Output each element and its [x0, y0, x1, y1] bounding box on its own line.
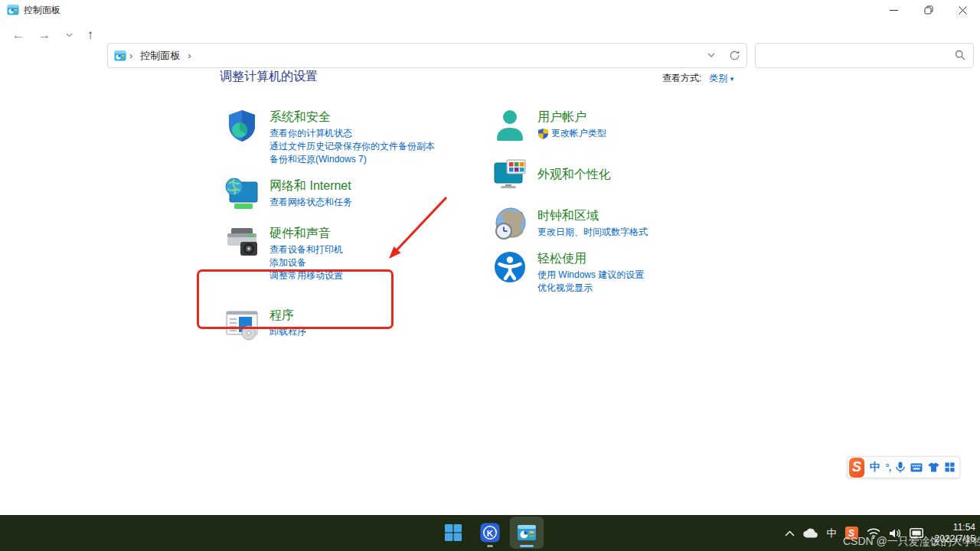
category-user-accounts: 用户帐户 更改帐户类型	[492, 107, 752, 144]
view-by-value[interactable]: 类别	[709, 73, 727, 83]
ime-microphone-icon[interactable]	[896, 461, 905, 473]
category-title-programs[interactable]: 程序	[270, 307, 306, 324]
category-title-network-internet[interactable]: 网络和 Internet	[270, 178, 352, 194]
onedrive-cloud-icon[interactable]	[803, 528, 818, 538]
restore-button[interactable]	[911, 0, 946, 20]
link-adjust-mobility-settings[interactable]: 调整常用移动设置	[270, 269, 343, 282]
running-indicator	[487, 545, 493, 547]
clock-region-icon[interactable]	[492, 206, 528, 243]
tray-time: 11:54	[935, 522, 975, 533]
active-indicator	[520, 545, 534, 547]
link-change-account-type-label: 更改帐户类型	[551, 127, 606, 140]
ime-language-indicator[interactable]: 中	[827, 527, 837, 540]
uac-shield-icon	[537, 128, 549, 139]
title-bar: 控制面板	[0, 0, 980, 20]
window-title: 控制面板	[24, 4, 60, 17]
breadcrumb-control-panel[interactable]: 控制面板	[140, 49, 180, 63]
control-panel-icon	[114, 50, 126, 62]
svg-text:K: K	[487, 529, 494, 538]
ease-of-access-icon[interactable]	[492, 249, 528, 285]
page-title: 调整计算机的设置	[220, 69, 318, 85]
minimize-button[interactable]	[877, 0, 911, 20]
category-title-appearance[interactable]: 外观和个性化	[537, 158, 611, 183]
category-column-left: 系统和安全 查看你的计算机状态 通过文件历史记录保存你的文件备份副本 备份和还原…	[224, 107, 484, 342]
ime-skin-tshirt-icon[interactable]	[928, 462, 939, 472]
ime-punctuation-icon[interactable]: °,	[886, 462, 890, 473]
search-box[interactable]	[755, 43, 974, 68]
ime-keyboard-icon[interactable]	[910, 463, 923, 472]
category-column-right: 用户帐户 更改帐户类型 外观和个性	[492, 107, 752, 295]
start-button[interactable]	[436, 517, 470, 549]
ime-chinese-mode-icon[interactable]: 中	[870, 461, 880, 474]
link-backup-restore-win7[interactable]: 备份和还原(Windows 7)	[270, 153, 435, 166]
category-clock-region: 时钟和区域 更改日期、时间或数字格式	[492, 206, 752, 243]
navigation-bar: ← → ↑ › 控制面板 ›	[0, 20, 980, 51]
appearance-personalization-icon[interactable]	[492, 157, 528, 194]
k-app-icon: K	[480, 523, 500, 543]
ime-toolbox-icon[interactable]	[945, 462, 955, 472]
link-change-account-type[interactable]: 更改帐户类型	[537, 127, 606, 140]
taskbar-app-control-panel[interactable]	[510, 517, 544, 549]
taskbar-app-k[interactable]: K	[473, 517, 507, 549]
programs-icon[interactable]	[224, 305, 260, 342]
link-view-devices-printers[interactable]: 查看设备和打印机	[270, 243, 343, 256]
security-shield-icon[interactable]	[224, 107, 260, 144]
network-internet-icon[interactable]	[224, 176, 260, 213]
category-network-internet: 网络和 Internet 查看网络状态和任务	[224, 176, 484, 213]
forward-icon[interactable]: →	[35, 26, 54, 44]
recent-pages-chevron-icon[interactable]	[60, 26, 78, 44]
tray-overflow-chevron-icon[interactable]	[785, 530, 795, 536]
view-by-label: 查看方式:	[662, 73, 701, 83]
link-view-network-status[interactable]: 查看网络状态和任务	[270, 196, 352, 209]
link-change-date-time-formats[interactable]: 更改日期、时间或数字格式	[537, 226, 648, 239]
csdn-watermark: CSDN @一只爱淦饭的大学牲	[843, 535, 980, 549]
address-bar[interactable]: › 控制面板 ›	[107, 43, 747, 68]
category-title-user-accounts[interactable]: 用户帐户	[537, 109, 606, 126]
address-dropdown-icon[interactable]	[707, 53, 715, 58]
close-button[interactable]	[946, 0, 980, 20]
category-title-clock-region[interactable]: 时钟和区域	[537, 207, 648, 224]
category-title-ease-of-access[interactable]: 轻松使用	[537, 250, 644, 267]
back-icon[interactable]: ←	[9, 26, 28, 44]
sogou-ime-toolbar: S 中 °,	[847, 456, 960, 478]
link-optimize-visual-display[interactable]: 优化视觉显示	[537, 282, 644, 295]
category-programs: 程序 卸载程序	[224, 305, 484, 342]
category-hardware-sound: 硬件和声音 查看设备和打印机 添加设备 调整常用移动设置	[224, 223, 484, 282]
category-appearance-personalization: 外观和个性化	[492, 157, 752, 194]
taskbar: K 中 S	[0, 515, 980, 551]
category-title-hardware-sound[interactable]: 硬件和声音	[270, 225, 343, 242]
view-by-caret-icon[interactable]: ▾	[730, 75, 734, 83]
search-icon[interactable]	[955, 50, 965, 60]
control-panel-icon	[7, 4, 19, 16]
breadcrumb-separator: ›	[129, 50, 132, 61]
link-uninstall-program[interactable]: 卸载程序	[270, 325, 306, 338]
user-accounts-icon[interactable]	[492, 107, 528, 144]
refresh-icon[interactable]	[729, 50, 740, 61]
sogou-logo-icon[interactable]: S	[849, 458, 864, 478]
printer-icon[interactable]	[224, 223, 260, 260]
up-icon[interactable]: ↑	[81, 26, 100, 44]
control-panel-icon	[517, 523, 537, 543]
link-review-computer-status[interactable]: 查看你的计算机状态	[270, 127, 435, 140]
view-by-control: 查看方式:类别 ▾	[662, 72, 733, 85]
category-ease-of-access: 轻松使用 使用 Windows 建议的设置 优化视觉显示	[492, 249, 752, 295]
search-input[interactable]	[762, 44, 946, 67]
category-system-security: 系统和安全 查看你的计算机状态 通过文件历史记录保存你的文件备份副本 备份和还原…	[224, 107, 484, 166]
category-title-system-security[interactable]: 系统和安全	[270, 109, 435, 126]
link-windows-suggested-settings[interactable]: 使用 Windows 建议的设置	[537, 269, 644, 282]
windows-logo-icon	[444, 523, 462, 542]
breadcrumb-separator[interactable]: ›	[188, 50, 191, 61]
link-file-history-backup[interactable]: 通过文件历史记录保存你的文件备份副本	[270, 140, 435, 153]
link-add-device[interactable]: 添加设备	[270, 256, 343, 269]
